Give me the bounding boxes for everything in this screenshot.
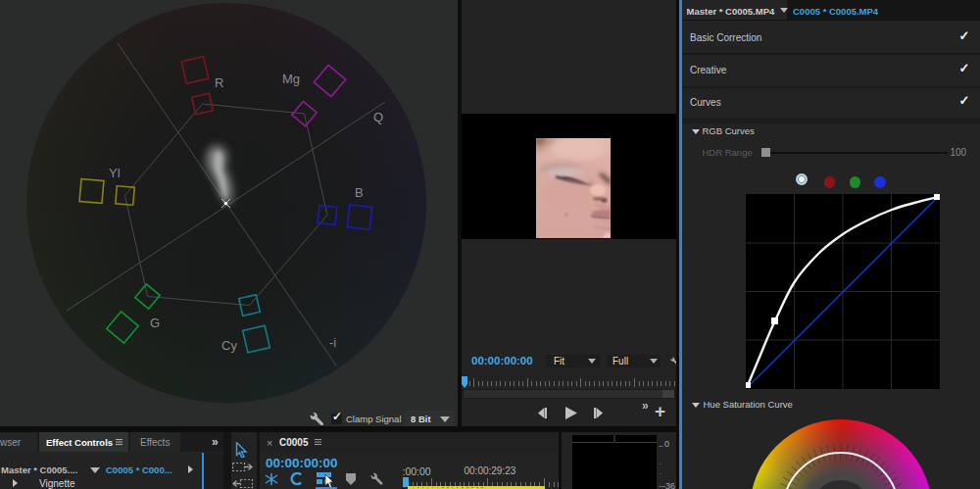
svg-text:G: G <box>150 316 160 330</box>
svg-text:Mg: Mg <box>282 72 300 86</box>
svg-text:Cy: Cy <box>221 338 237 353</box>
svg-text:B: B <box>355 185 364 200</box>
svg-text:Yl: Yl <box>109 166 121 180</box>
svg-text:R: R <box>215 75 223 90</box>
svg-text:-i: -i <box>329 335 336 350</box>
svg-text:Q: Q <box>373 110 383 124</box>
